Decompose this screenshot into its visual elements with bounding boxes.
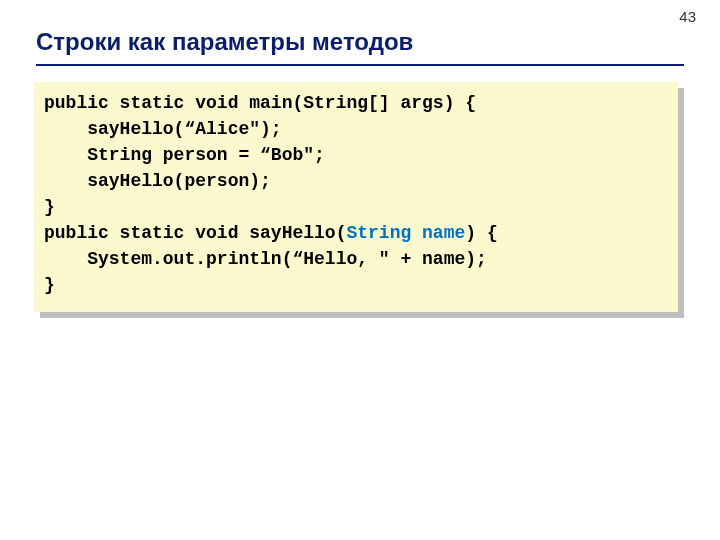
- code-line-4: sayHello(person);: [44, 168, 668, 194]
- code-line-5: }: [44, 194, 668, 220]
- code-line-7: System.out.println(“Hello, " + name);: [44, 246, 668, 272]
- code-line-6a: public static void sayHello(: [44, 223, 346, 243]
- code-line-1: public static void main(String[] args) {: [44, 90, 668, 116]
- code-line-6-param: String name: [346, 223, 465, 243]
- code-line-8: }: [44, 272, 668, 298]
- slide-title: Строки как параметры методов: [36, 28, 413, 56]
- code-line-6: public static void sayHello(String name)…: [44, 220, 668, 246]
- title-underline: [36, 64, 684, 66]
- code-box: public static void main(String[] args) {…: [34, 82, 678, 312]
- code-line-6c: ) {: [465, 223, 497, 243]
- code-line-3: String person = “Bob";: [44, 142, 668, 168]
- code-line-2: sayHello(“Alice");: [44, 116, 668, 142]
- page-number: 43: [679, 8, 696, 25]
